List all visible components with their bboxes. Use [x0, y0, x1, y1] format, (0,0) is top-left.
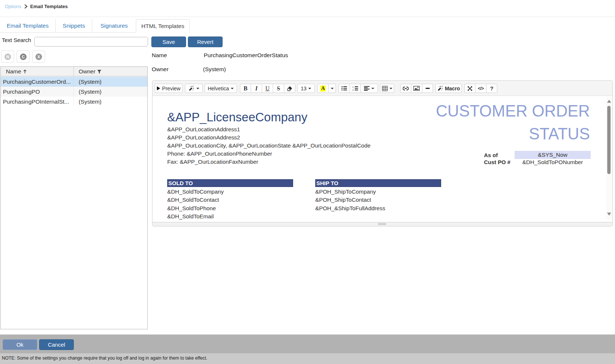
- svg-text:2: 2: [353, 89, 354, 91]
- svg-text:1: 1: [353, 86, 354, 88]
